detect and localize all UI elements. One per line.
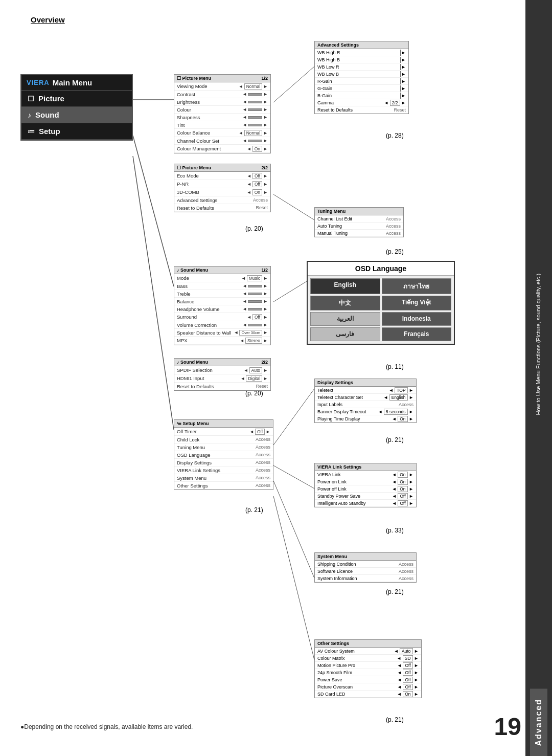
other-row-4: Power Save ◄ Off ► bbox=[315, 676, 421, 683]
sm2-row-0: SPDIF Selection ◄ Auto ► bbox=[174, 366, 270, 374]
sidebar-bottom-text: Advanced bbox=[530, 688, 547, 756]
page-ref-p11: (p. 11) bbox=[386, 363, 404, 370]
pm1-row-4: Sharpness ◄ ► bbox=[174, 114, 270, 121]
adv-row-6: B-Gain ► bbox=[315, 92, 408, 99]
lang-btn-indonesia[interactable]: Indonesia bbox=[382, 312, 452, 326]
lang-btn-french[interactable]: Français bbox=[382, 327, 452, 341]
other-settings-box: Other Settings AV Colour System ◄ Auto ►… bbox=[314, 639, 422, 698]
osd-language-title: OSD Language bbox=[308, 262, 454, 276]
page-ref-p33: (p. 33) bbox=[386, 527, 404, 534]
tuning-row-1: Auto Tuning Access bbox=[315, 223, 403, 230]
main-menu-title: VIERA Main Menu bbox=[21, 75, 132, 91]
sound-menu-1-header: ♪ Sound Menu 1/2 bbox=[174, 266, 270, 274]
lang-btn-thai[interactable]: ภาษาไทย bbox=[382, 278, 452, 294]
other-row-0: AV Colour System ◄ Auto ► bbox=[315, 648, 421, 655]
other-row-5: Picture Overscan ◄ Off ► bbox=[315, 683, 421, 691]
pm1-row-1: Contrast ◄ ► bbox=[174, 91, 270, 98]
sm1-row-1: Bass ◄ ► bbox=[174, 282, 270, 290]
adv-row-5: G-Gain ► bbox=[315, 85, 408, 92]
sys-row-2: System Information Access bbox=[315, 575, 416, 582]
system-menu-box: System Menu Shipping Condition Access So… bbox=[314, 552, 417, 583]
menu-item-picture[interactable]: ☐ Picture bbox=[21, 91, 132, 107]
other-row-6: SD Card LED ◄ On ► bbox=[315, 691, 421, 698]
osd-language-grid: English ภาษาไทย 中文 Tiếng Việt العربية In… bbox=[308, 276, 454, 344]
lang-btn-chinese[interactable]: 中文 bbox=[310, 296, 380, 310]
sys-row-1: Software Licence Access bbox=[315, 568, 416, 575]
sm1-row-6: Volume Correction ◄ ► bbox=[174, 321, 270, 329]
setup-row-0: Off Timer ◄ Off ► bbox=[174, 428, 273, 436]
sound-label: Sound bbox=[35, 110, 59, 119]
page-ref-p21-other: (p. 21) bbox=[386, 716, 404, 723]
picture-menu-1-header: ☐ Picture Menu 1/2 bbox=[174, 75, 270, 82]
page-ref-p20-picture: (p. 20) bbox=[245, 225, 263, 232]
main-menu-box: VIERA Main Menu ☐ Picture ♪ Sound ≔ Setu… bbox=[20, 74, 133, 141]
viera-row-0: VIERA Link ◄ On ► bbox=[315, 471, 416, 478]
page-ref-p28: (p. 28) bbox=[386, 132, 404, 139]
menu-item-setup[interactable]: ≔ Setup bbox=[21, 123, 132, 140]
setup-row-5: VIERA Link Settings Access bbox=[174, 466, 273, 474]
setup-row-2: Tuning Menu Access bbox=[174, 443, 273, 451]
pm1-row-8: Colour Management ◄ On ► bbox=[174, 145, 270, 153]
pm2-row-3: Advanced Settings Access bbox=[174, 196, 270, 204]
page-ref-p21-display: (p. 21) bbox=[386, 436, 404, 443]
picture-menu-2: ☐ Picture Menu 2/2 Eco Mode ◄ Off ► P-NR… bbox=[174, 164, 271, 212]
adv-row-2: WB Low R ► bbox=[315, 63, 408, 71]
adv-row-7: Gamma ◄ 2/2 ► bbox=[315, 99, 408, 106]
viera-row-1: Power on Link ◄ On ► bbox=[315, 478, 416, 485]
viera-link-settings-box: VIERA Link Settings VIERA Link ◄ On ► Po… bbox=[314, 463, 417, 507]
setup-row-1: Child Lock Access bbox=[174, 436, 273, 443]
tuning-menu-box: Tuning Menu Channel List Edit Access Aut… bbox=[314, 207, 404, 237]
adv-row-1: WB High B ► bbox=[315, 56, 408, 63]
setup-row-4: Display Settings Access bbox=[174, 459, 273, 466]
pm1-row-0: Viewing Mode ◄ Normal ► bbox=[174, 82, 270, 91]
advanced-settings-box: Advanced Settings WB High R ► WB High B … bbox=[314, 41, 409, 114]
page-ref-p25: (p. 25) bbox=[386, 248, 404, 255]
sm1-row-5: Surround ◄ Off ► bbox=[174, 313, 270, 321]
viera-logo: VIERA bbox=[27, 79, 50, 86]
system-menu-header: System Menu bbox=[315, 553, 416, 561]
sound-menu-2-title: ♪ Sound Menu bbox=[177, 360, 208, 365]
picture-icon: ☐ bbox=[28, 95, 34, 103]
sm1-row-3: Balance ◄ ► bbox=[174, 298, 270, 305]
right-sidebar: How to Use Menu Functions (Picture, soun… bbox=[525, 0, 552, 756]
sm1-row-0: Mode ◄ Music ► bbox=[174, 274, 270, 282]
viera-row-2: Power off Link ◄ On ► bbox=[315, 485, 416, 493]
lang-btn-vietnamese[interactable]: Tiếng Việt bbox=[382, 296, 452, 310]
adv-row-3: WB Low B ► bbox=[315, 71, 408, 78]
overview-heading: Overview bbox=[31, 15, 511, 24]
sm1-row-7: Speaker Distance to Wall ◄ Over 30cm ► bbox=[174, 329, 270, 337]
disp-row-2: Input Labels Access bbox=[315, 401, 416, 408]
sound-icon: ♪ bbox=[28, 111, 31, 119]
disp-row-0: Teletext ◄ TOP ► bbox=[315, 387, 416, 394]
viera-row-4: Intelligent Auto Standby ◄ Off ► bbox=[315, 500, 416, 507]
disp-row-1: Teletext Character Set ◄ English ► bbox=[315, 394, 416, 401]
setup-row-7: Other Settings Access bbox=[174, 482, 273, 490]
lang-btn-arabic[interactable]: العربية bbox=[310, 312, 380, 326]
sound-menu-1-title: ♪ Sound Menu bbox=[177, 268, 208, 273]
lang-btn-english[interactable]: English bbox=[310, 278, 380, 294]
viera-link-settings-header: VIERA Link Settings bbox=[315, 463, 416, 471]
pm1-row-2: Brightness ◄ ► bbox=[174, 98, 270, 106]
pm1-row-5: Tint ◄ ► bbox=[174, 121, 270, 129]
disp-row-3: Banner Display Timeout ◄ 8 seconds ► bbox=[315, 408, 416, 415]
bottom-note: ●Depending on the received signals, avai… bbox=[20, 723, 193, 730]
picture-menu-2-title: ☐ Picture Menu bbox=[177, 165, 211, 170]
other-row-1: Colour Matrix ◄ SD ► bbox=[315, 655, 421, 662]
picture-menu-1-title: ☐ Picture Menu bbox=[177, 76, 211, 81]
picture-label: Picture bbox=[38, 94, 64, 103]
tuning-row-2: Manual Tuning Access bbox=[315, 230, 403, 237]
sm1-row-4: Headphone Volume ◄ ► bbox=[174, 305, 270, 313]
adv-row-0: WB High R ► bbox=[315, 49, 408, 56]
picture-menu-2-header: ☐ Picture Menu 2/2 bbox=[174, 164, 270, 172]
menu-item-sound[interactable]: ♪ Sound bbox=[21, 107, 132, 123]
setup-menu-title: ≔ Setup Menu bbox=[177, 421, 209, 426]
disp-row-4: Playing Time Display ◄ On ► bbox=[315, 415, 416, 423]
sm1-row-8: MPX ◄ Stereo ► bbox=[174, 337, 270, 345]
lang-btn-farsi[interactable]: فارسی bbox=[310, 327, 380, 341]
sm2-row-1: HDMI1 Input ◄ Digital ► bbox=[174, 374, 270, 383]
other-row-2: Motion Picture Pro ◄ Off ► bbox=[315, 662, 421, 669]
tuning-row-0: Channel List Edit Access bbox=[315, 215, 403, 223]
setup-menu-header: ≔ Setup Menu bbox=[174, 420, 273, 428]
sound-menu-1: ♪ Sound Menu 1/2 Mode ◄ Music ► Bass ◄ ►… bbox=[174, 266, 271, 345]
sound-menu-2-header: ♪ Sound Menu 2/2 bbox=[174, 359, 270, 366]
